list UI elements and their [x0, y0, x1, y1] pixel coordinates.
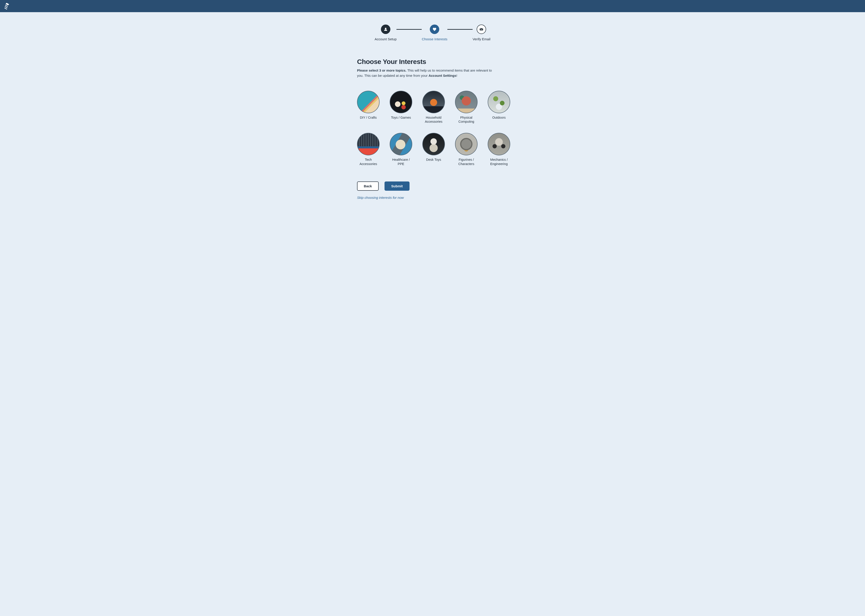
- interest-label: DIY / Crafts: [360, 115, 377, 120]
- onboarding-stepper: Account Setup Choose Interests Verify Em…: [357, 25, 508, 41]
- interest-item[interactable]: Desk Toys: [422, 133, 445, 166]
- step-choose-interests: Choose Interests: [422, 25, 447, 41]
- page-title: Choose Your Interests: [357, 58, 508, 66]
- svg-marker-0: [6, 3, 9, 5]
- interest-label: Mechanics / Engineering: [488, 157, 510, 166]
- step-circle-done: [381, 25, 390, 34]
- page-subtitle: Please select 3 or more topics. This wil…: [357, 68, 492, 79]
- interest-item[interactable]: DIY / Crafts: [357, 91, 379, 124]
- app-header: [0, 0, 865, 12]
- interest-item[interactable]: Tech Accessories: [357, 133, 379, 166]
- interest-label: Toys / Games: [391, 115, 411, 120]
- envelope-icon: [479, 27, 484, 31]
- submit-button[interactable]: Submit: [385, 181, 409, 191]
- interest-image: [488, 133, 510, 156]
- user-icon: [384, 27, 388, 31]
- svg-point-4: [385, 28, 386, 29]
- svg-marker-2: [5, 6, 7, 8]
- subtitle-text-2: !: [456, 74, 457, 77]
- main-content: Account Setup Choose Interests Verify Em…: [354, 25, 511, 218]
- interest-label: Physical Computing: [455, 115, 478, 124]
- interest-label: Household Accessories: [422, 115, 445, 124]
- heart-icon: [432, 27, 437, 31]
- interest-image: [455, 91, 478, 113]
- step-label: Verify Email: [473, 37, 491, 41]
- account-settings-link[interactable]: Account Settings: [428, 74, 456, 77]
- interest-image: [357, 91, 379, 113]
- step-connector: [396, 29, 422, 30]
- subtitle-bold: Please select 3 or more topics.: [357, 68, 406, 72]
- interest-image: [422, 133, 445, 156]
- interests-grid: DIY / CraftsToys / GamesHousehold Access…: [357, 91, 508, 166]
- interest-item[interactable]: Mechanics / Engineering: [488, 133, 510, 166]
- step-verify-email: Verify Email: [473, 25, 491, 41]
- interest-label: Desk Toys: [426, 157, 441, 162]
- skip-link[interactable]: Skip choosing interests for now: [357, 196, 404, 200]
- interest-image: [390, 133, 412, 156]
- interest-image: [455, 133, 478, 156]
- interest-item[interactable]: Toys / Games: [390, 91, 412, 124]
- interest-image: [390, 91, 412, 113]
- interest-item[interactable]: Figurines / Characters: [455, 133, 478, 166]
- interest-item[interactable]: Household Accessories: [422, 91, 445, 124]
- interest-label: Figurines / Characters: [455, 157, 478, 166]
- step-account-setup: Account Setup: [374, 25, 397, 41]
- step-circle-active: [430, 25, 439, 34]
- svg-marker-3: [5, 8, 7, 10]
- interest-image: [422, 91, 445, 113]
- interest-image: [488, 91, 510, 113]
- interest-item[interactable]: Healthcare / PPE: [390, 133, 412, 166]
- form-buttons: Back Submit: [357, 181, 508, 191]
- app-logo-icon: [3, 2, 11, 10]
- step-label: Account Setup: [374, 37, 397, 41]
- interest-label: Healthcare / PPE: [390, 157, 412, 166]
- interest-label: Outdoors: [492, 115, 506, 120]
- interest-label: Tech Accessories: [357, 157, 379, 166]
- interest-item[interactable]: Outdoors: [488, 91, 510, 124]
- step-connector: [447, 29, 473, 30]
- back-button[interactable]: Back: [357, 181, 379, 191]
- svg-marker-1: [5, 5, 8, 7]
- interest-image: [357, 133, 379, 156]
- step-circle-pending: [477, 25, 486, 34]
- interest-item[interactable]: Physical Computing: [455, 91, 478, 124]
- step-label: Choose Interests: [422, 37, 447, 41]
